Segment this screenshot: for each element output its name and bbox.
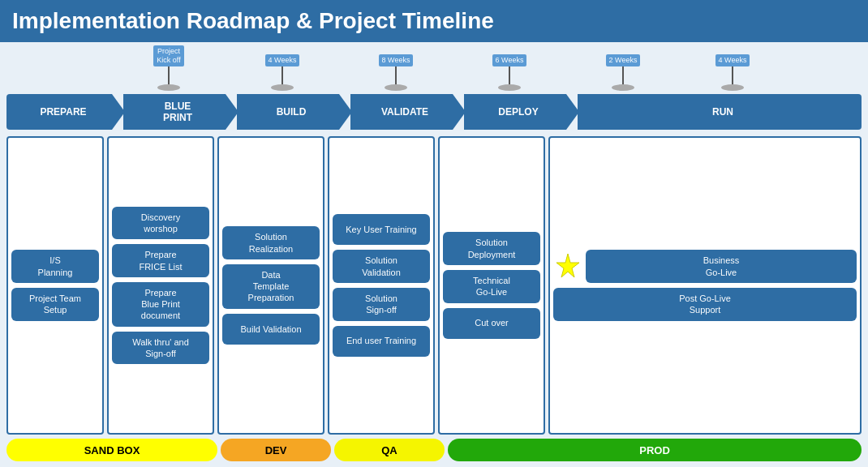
card-business-golive: BusinessGo-Live (586, 250, 857, 283)
main-container: Implementation Roadmap & Project Timelin… (0, 0, 868, 467)
flags-row: ProjectKick off 4 Weeks 8 Weeks (6, 42, 862, 91)
bottom-row: SAND BOX DEV QA PROD (6, 438, 862, 462)
card-key-user-training: Key User Training (333, 214, 430, 245)
phase-validate: VALIDATE (339, 94, 453, 130)
flag-2weeks: 2 Weeks (566, 54, 680, 91)
run-col: BusinessGo-Live Post Go-LiveSupport (548, 136, 862, 435)
flag-8weeks: 8 Weeks (339, 54, 453, 91)
qa-label: QA (334, 439, 445, 461)
phase-run: RUN (566, 94, 862, 130)
card-solution-validation: SolutionValidation (333, 250, 430, 283)
phase-deploy: DEPLOY (453, 94, 566, 130)
phase-prepare: PREPARE (6, 94, 112, 130)
golive-row: BusinessGo-Live (553, 250, 857, 283)
validate-col: Key User Training SolutionValidation Sol… (328, 136, 435, 435)
phase-blueprint: BLUEPRINT (112, 94, 226, 130)
sandbox-label: SAND BOX (6, 439, 217, 461)
starburst-icon (553, 252, 582, 281)
card-build-validation: Build Validation (222, 314, 320, 345)
svg-marker-0 (556, 254, 579, 277)
flag-6weeks: 6 Weeks (453, 54, 566, 91)
flag-kickoff: ProjectKick off (112, 45, 226, 91)
prod-label: PROD (448, 439, 862, 461)
card-end-user-training: End user Training (333, 326, 430, 357)
blueprint-col: Discoveryworshop PrepareFRICE List Prepa… (107, 136, 214, 435)
prepare-col: I/SPlanning Project TeamSetup (6, 136, 104, 435)
card-discovery: Discoveryworshop (112, 207, 209, 240)
build-col: SolutionRealization DataTemplatePreparat… (217, 136, 324, 435)
card-is-planning: I/SPlanning (11, 250, 99, 283)
flag-base (157, 84, 180, 91)
flag-4weeks: 4 Weeks (226, 54, 339, 91)
card-technical-golive: TechnicalGo-Live (443, 270, 540, 303)
card-frice: PrepareFRICE List (112, 244, 209, 277)
card-data-template: DataTemplatePreparation (222, 264, 320, 309)
card-solution-realization: SolutionRealization (222, 226, 320, 259)
chevron-row: PREPARE BLUEPRINT BUILD VALIDATE DEPLOY … (6, 94, 862, 130)
dev-label: DEV (221, 439, 331, 461)
card-blueprint-doc: PrepareBlue Printdocument (112, 282, 209, 327)
card-project-team: Project TeamSetup (11, 288, 99, 321)
page-title: Implementation Roadmap & Project Timelin… (0, 0, 868, 42)
card-cutover: Cut over (443, 308, 540, 339)
deploy-col: SolutionDeployment TechnicalGo-Live Cut … (438, 136, 545, 435)
card-solution-signoff: SolutionSign-off (333, 288, 430, 321)
card-post-golive: Post Go-LiveSupport (553, 288, 857, 321)
card-solution-deployment: SolutionDeployment (443, 232, 540, 265)
content-area: ProjectKick off 4 Weeks 8 Weeks (0, 42, 868, 467)
flag-4weeks-2: 4 Weeks (680, 54, 785, 91)
flag-pole (168, 66, 170, 84)
phase-build: BUILD (226, 94, 339, 130)
cards-area: I/SPlanning Project TeamSetup Discoveryw… (6, 136, 862, 435)
card-walkthru: Walk thru' andSign-off (112, 332, 209, 365)
